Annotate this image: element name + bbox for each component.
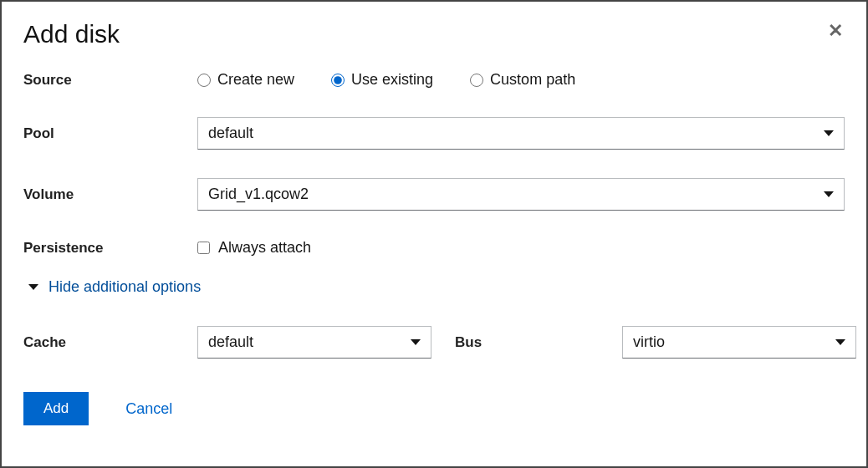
always-attach-input[interactable] xyxy=(197,242,210,254)
radio-custom-path-input[interactable] xyxy=(470,74,483,87)
row-persistence: Persistence Always attach xyxy=(23,239,845,257)
cancel-button[interactable]: Cancel xyxy=(125,400,172,418)
row-source: Source Create new Use existing Custom pa… xyxy=(23,71,845,89)
row-volume: Volume Grid_v1.qcow2 xyxy=(23,178,845,211)
radio-create-new-input[interactable] xyxy=(197,74,211,87)
toggle-additional-options[interactable]: Hide additional options xyxy=(23,278,845,296)
dialog-header: Add disk ✕ xyxy=(23,20,845,48)
radio-use-existing-input[interactable] xyxy=(331,74,345,87)
pool-control: default xyxy=(197,117,845,150)
pair-bus: Bus virtio xyxy=(455,326,856,359)
chevron-down-icon xyxy=(824,191,834,197)
bus-select-value: virtio xyxy=(633,333,665,351)
label-bus: Bus xyxy=(455,334,622,351)
label-pool: Pool xyxy=(23,125,197,142)
radio-custom-path[interactable]: Custom path xyxy=(470,71,575,89)
radio-create-new[interactable]: Create new xyxy=(197,71,294,89)
volume-select-value: Grid_v1.qcow2 xyxy=(208,186,309,203)
row-cache-bus: Cache default Bus virtio xyxy=(23,326,845,359)
add-disk-dialog: Add disk ✕ Source Create new Use existin… xyxy=(0,0,868,468)
chevron-down-icon xyxy=(824,130,834,136)
label-volume: Volume xyxy=(23,186,197,203)
cache-select[interactable]: default xyxy=(197,326,431,359)
pair-cache: Cache default xyxy=(23,326,431,359)
dialog-title: Add disk xyxy=(23,20,120,48)
volume-select[interactable]: Grid_v1.qcow2 xyxy=(197,178,845,211)
radio-use-existing-label: Use existing xyxy=(351,71,433,89)
close-icon[interactable]: ✕ xyxy=(826,20,845,42)
label-source: Source xyxy=(23,72,197,89)
row-pool: Pool default xyxy=(23,117,845,150)
radio-custom-path-label: Custom path xyxy=(490,71,575,89)
radio-use-existing[interactable]: Use existing xyxy=(331,71,433,89)
source-radio-group: Create new Use existing Custom path xyxy=(197,71,845,89)
chevron-down-icon xyxy=(28,284,38,290)
add-button[interactable]: Add xyxy=(23,392,89,425)
persistence-control: Always attach xyxy=(197,239,845,257)
pool-select[interactable]: default xyxy=(197,117,845,150)
always-attach-label: Always attach xyxy=(218,239,311,257)
chevron-down-icon xyxy=(835,339,845,345)
toggle-additional-label: Hide additional options xyxy=(49,278,201,296)
always-attach-checkbox[interactable]: Always attach xyxy=(197,239,845,257)
pool-select-value: default xyxy=(208,125,253,142)
label-cache: Cache xyxy=(23,334,197,351)
volume-control: Grid_v1.qcow2 xyxy=(197,178,845,211)
label-persistence: Persistence xyxy=(23,240,197,257)
cache-select-value: default xyxy=(208,333,253,351)
chevron-down-icon xyxy=(411,339,421,345)
radio-create-new-label: Create new xyxy=(217,71,294,89)
bus-select[interactable]: virtio xyxy=(622,326,856,359)
dialog-footer: Add Cancel xyxy=(23,392,845,425)
